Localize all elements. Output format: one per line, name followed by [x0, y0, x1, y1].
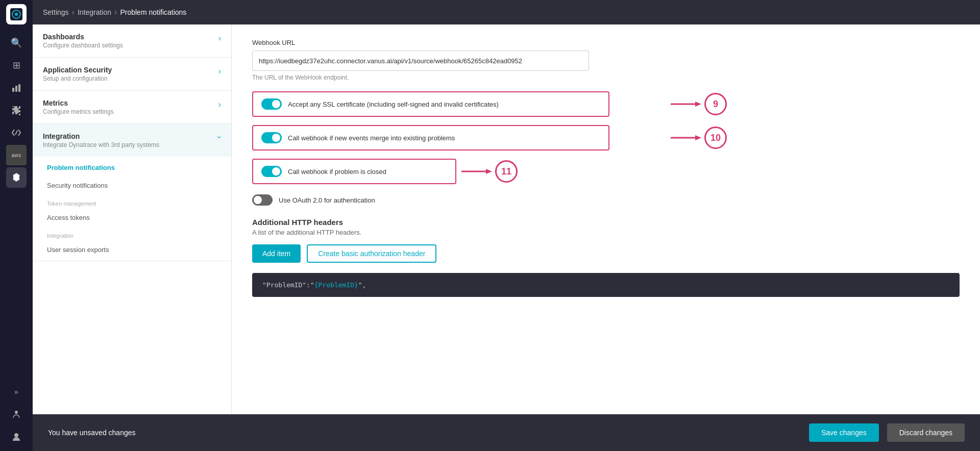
content-area: Dashboards Configure dashboard settings … — [33, 24, 980, 451]
ssl-toggle-label: Accept any SSL certificate (including se… — [288, 101, 499, 108]
token-management-label: Token management — [33, 194, 231, 209]
sidebar-appsec-sub: Setup and configuration — [43, 75, 112, 82]
appsec-chevron-icon: › — [218, 66, 221, 76]
icon-bar: 🔍 ⊞ aws » — [0, 0, 33, 451]
svg-marker-10 — [695, 102, 701, 107]
sidebar-section-metrics-header[interactable]: Metrics Configure metrics settings › — [33, 91, 231, 123]
ssl-toggle-row: Accept any SSL certificate (including se… — [252, 91, 609, 117]
unsaved-bar: You have unsaved changes Save changes Di… — [33, 414, 980, 451]
http-headers-title: Additional HTTP headers — [252, 218, 960, 227]
settings-icon[interactable] — [6, 167, 27, 188]
closed-toggle[interactable] — [261, 166, 282, 177]
integration-nav-items: Problem notifications Security notificat… — [33, 157, 231, 261]
sidebar-section-dashboards-header[interactable]: Dashboards Configure dashboard settings … — [33, 24, 231, 57]
apps-icon[interactable]: ⊞ — [6, 55, 27, 76]
sidebar-section-appsec-header[interactable]: Application Security Setup and configura… — [33, 58, 231, 90]
code-block: "ProblemID":"{ProblemID}", — [252, 273, 960, 297]
breadcrumb-bar: Settings › Integration › Problem notific… — [33, 0, 980, 24]
oauth-label: Use OAuth 2.0 for authentication — [279, 196, 375, 204]
oauth-row: Use OAuth 2.0 for authentication — [252, 194, 960, 206]
sidebar-integration-title: Integration — [43, 132, 159, 140]
sidebar-integration-sub: Integrate Dynatrace with 3rd party syste… — [43, 141, 159, 148]
add-item-button[interactable]: Add item — [252, 244, 301, 263]
closed-toggle-row: Call webhook if problem is closed — [252, 159, 456, 184]
metrics-chevron-icon: › — [218, 99, 221, 109]
http-headers-buttons: Add item Create basic authorization head… — [252, 244, 960, 263]
sidebar-section-integration: Integration Integrate Dynatrace with 3rd… — [33, 124, 231, 261]
sidebar-item-user-session-exports[interactable]: User session exports — [33, 241, 231, 259]
main-area: Settings › Integration › Problem notific… — [33, 0, 980, 451]
chart-icon[interactable] — [6, 78, 27, 98]
breadcrumb-integration[interactable]: Integration — [78, 8, 111, 16]
search-icon[interactable]: 🔍 — [6, 33, 27, 53]
sidebar: Dashboards Configure dashboard settings … — [33, 24, 232, 451]
svg-point-2 — [15, 13, 18, 16]
sidebar-dashboards-sub: Configure dashboard settings — [43, 42, 123, 49]
create-header-button[interactable]: Create basic authorization header — [307, 244, 436, 263]
annotation-9: 9 — [704, 93, 727, 115]
sidebar-section-integration-header[interactable]: Integration Integrate Dynatrace with 3rd… — [33, 124, 231, 157]
http-headers-desc: A list of the additional HTTP headers. — [252, 229, 960, 236]
sidebar-section-metrics: Metrics Configure metrics settings › — [33, 91, 231, 124]
expand-nav-icon[interactable]: » — [6, 382, 27, 402]
sidebar-dashboards-title: Dashboards — [43, 33, 123, 41]
unsaved-message: You have unsaved changes — [48, 429, 801, 437]
annotation-10: 10 — [704, 127, 727, 149]
svg-point-7 — [15, 411, 18, 414]
integration-sub-label: Integration — [33, 227, 231, 241]
svg-point-8 — [14, 433, 18, 437]
closed-toggle-label: Call webhook if problem is closed — [288, 168, 386, 176]
breadcrumb-current: Problem notifications — [120, 8, 186, 16]
webhook-url-input[interactable] — [252, 51, 589, 71]
events-toggle[interactable] — [261, 132, 282, 143]
sidebar-section-dashboards: Dashboards Configure dashboard settings … — [33, 24, 231, 58]
code-var: {ProblemID} — [314, 281, 358, 289]
events-toggle-label: Call webhook if new events merge into ex… — [288, 134, 455, 142]
svg-line-6 — [15, 131, 17, 135]
puzzle-icon[interactable] — [6, 100, 27, 120]
integration-chevron-icon: › — [214, 136, 225, 138]
save-changes-button[interactable]: Save changes — [809, 423, 879, 442]
user-settings-icon[interactable] — [6, 404, 27, 424]
webhook-url-hint: The URL of the WebHook endpoint. — [252, 74, 960, 81]
svg-rect-5 — [18, 84, 20, 92]
sidebar-item-security-notifications[interactable]: Security notifications — [33, 177, 231, 194]
ssl-toggle[interactable] — [261, 98, 282, 110]
app-logo[interactable] — [6, 4, 27, 24]
sidebar-appsec-title: Application Security — [43, 66, 112, 74]
sidebar-metrics-title: Metrics — [43, 99, 114, 107]
discard-changes-button[interactable]: Discard changes — [887, 423, 965, 442]
sidebar-metrics-sub: Configure metrics settings — [43, 108, 114, 115]
user-profile-icon[interactable] — [6, 427, 27, 447]
sidebar-item-access-tokens[interactable]: Access tokens — [33, 209, 231, 227]
code-icon[interactable] — [6, 122, 27, 143]
annotation-11: 11 — [495, 160, 518, 183]
oauth-toggle[interactable] — [252, 194, 273, 206]
breadcrumb-sep-2: › — [114, 8, 117, 17]
aws-icon[interactable]: aws — [6, 145, 27, 165]
code-key: "ProblemID":" — [262, 281, 314, 289]
svg-rect-4 — [15, 86, 17, 92]
main-content: Webhook URL The URL of the WebHook endpo… — [232, 24, 980, 451]
sidebar-item-problem-notifications[interactable]: Problem notifications — [33, 159, 231, 177]
dashboards-chevron-icon: › — [218, 33, 221, 43]
breadcrumb-settings[interactable]: Settings — [43, 8, 69, 16]
svg-marker-14 — [486, 169, 492, 174]
svg-marker-12 — [695, 135, 701, 140]
webhook-url-label: Webhook URL — [252, 39, 960, 46]
svg-rect-3 — [12, 88, 14, 92]
breadcrumb-sep-1: › — [72, 8, 75, 17]
events-toggle-row: Call webhook if new events merge into ex… — [252, 125, 609, 151]
sidebar-section-appsec: Application Security Setup and configura… — [33, 58, 231, 91]
code-comma: ", — [358, 281, 366, 289]
